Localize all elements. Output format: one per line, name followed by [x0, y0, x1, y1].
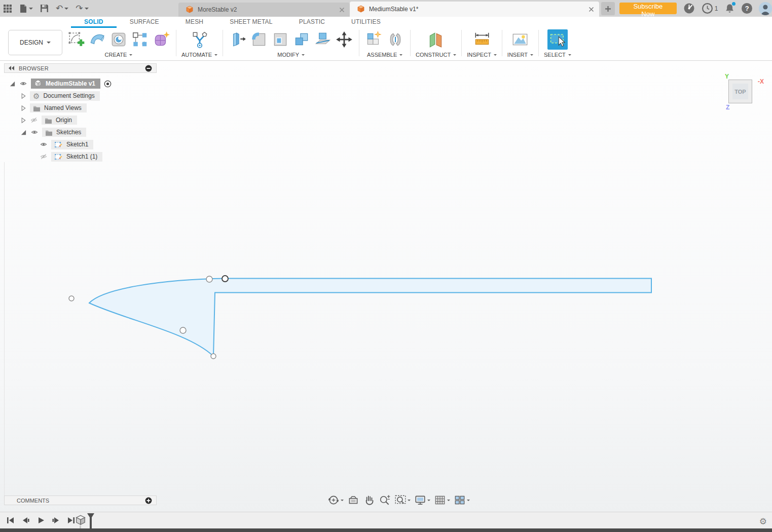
close-tab-icon[interactable] — [339, 7, 345, 13]
inspect-menu[interactable]: INSPECT — [467, 52, 497, 58]
sketch-point[interactable] — [69, 296, 74, 301]
expand-collapse-icon[interactable] — [20, 105, 26, 111]
tree-row-named-views[interactable]: Named Views — [20, 102, 157, 114]
new-tab-button[interactable] — [601, 2, 615, 15]
rectangular-pattern-button[interactable] — [130, 30, 150, 49]
visibility-eye-icon[interactable] — [30, 129, 39, 135]
sketches-pill[interactable]: Sketches — [42, 128, 86, 137]
timeline-playhead[interactable] — [87, 513, 94, 530]
fillet-button[interactable] — [249, 30, 269, 49]
play-button[interactable] — [35, 515, 46, 525]
automated-modeling-button[interactable] — [190, 30, 209, 49]
expand-collapse-icon[interactable] — [9, 81, 16, 87]
new-component-button[interactable] — [364, 30, 384, 49]
notifications-bell-icon[interactable] — [724, 3, 735, 14]
visibility-eye-icon[interactable] — [40, 141, 48, 147]
expand-circle-icon[interactable] — [145, 497, 152, 504]
expand-collapse-icon[interactable] — [20, 93, 26, 99]
document-tab-morestable[interactable]: MoreStable v2 — [178, 3, 350, 17]
viewcube-face-top[interactable]: TOP — [728, 80, 752, 103]
create-menu[interactable]: CREATE — [105, 52, 133, 58]
expand-collapse-icon[interactable] — [20, 129, 27, 136]
sketch-point[interactable] — [206, 276, 212, 282]
sketch1-pill[interactable]: Sketch1 — [51, 140, 93, 149]
select-button[interactable] — [547, 29, 568, 50]
tree-row-sketch1-1[interactable]: Sketch1 (1) — [40, 150, 157, 163]
redo-button[interactable]: ↷ — [76, 4, 88, 13]
create-sketch-button[interactable] — [66, 30, 86, 49]
joint-button[interactable] — [386, 30, 405, 49]
step-forward-button[interactable] — [51, 515, 61, 525]
tab-solid[interactable]: SOLID — [71, 17, 117, 28]
document-settings-pill[interactable]: ⚙ Document Settings — [30, 91, 100, 101]
select-menu[interactable]: SELECT — [544, 52, 571, 58]
sketch-point[interactable] — [222, 276, 228, 282]
sketch-point[interactable] — [211, 354, 216, 359]
sketch-point[interactable] — [180, 327, 186, 333]
go-to-start-button[interactable] — [5, 515, 16, 525]
insert-canvas-button[interactable] — [510, 30, 530, 49]
workspace-selector[interactable]: DESIGN — [8, 30, 62, 55]
root-component-pill[interactable]: MediumStable v1 — [31, 79, 100, 89]
measure-button[interactable] — [472, 30, 492, 49]
zoom-button[interactable] — [378, 493, 391, 507]
extrude-button[interactable] — [88, 30, 107, 49]
sketch1-1-pill[interactable]: Sketch1 (1) — [51, 152, 102, 162]
version-history-icon[interactable]: 1 — [702, 3, 718, 14]
viewports-button[interactable] — [453, 493, 470, 507]
assemble-menu[interactable]: ASSEMBLE — [367, 52, 402, 58]
browser-header[interactable]: BROWSER — [4, 63, 157, 73]
zoom-window-button[interactable] — [394, 493, 411, 507]
app-launcher-icon[interactable] — [3, 4, 12, 13]
tab-surface[interactable]: SURFACE — [117, 17, 172, 28]
timeline-sketch-feature[interactable] — [75, 515, 86, 526]
grid-snap-button[interactable] — [433, 493, 451, 507]
tree-row-document-settings[interactable]: ⚙ Document Settings — [20, 90, 157, 102]
close-tab-icon[interactable] — [589, 7, 594, 12]
automate-menu[interactable]: AUTOMATE — [181, 52, 217, 58]
hole-button[interactable] — [109, 30, 128, 49]
help-icon[interactable]: ? — [742, 3, 752, 14]
look-at-button[interactable] — [347, 493, 360, 507]
undo-button[interactable]: ↶ — [56, 4, 68, 13]
construct-menu[interactable]: CONSTRUCT — [416, 52, 456, 58]
press-pull-button[interactable] — [228, 30, 247, 49]
create-form-button[interactable] — [152, 30, 171, 49]
user-avatar[interactable] — [759, 2, 772, 15]
insert-menu[interactable]: INSERT — [507, 52, 533, 58]
save-button[interactable] — [40, 4, 49, 13]
preferences-gear-icon[interactable]: ⚙ — [759, 516, 767, 527]
construction-plane-button[interactable] — [426, 30, 446, 49]
split-body-button[interactable] — [313, 30, 333, 49]
visibility-eye-off-icon[interactable] — [40, 154, 48, 160]
named-views-pill[interactable]: Named Views — [30, 103, 87, 112]
expand-collapse-icon[interactable] — [20, 117, 26, 124]
tree-row-origin[interactable]: Origin — [20, 114, 157, 126]
subscribe-now-button[interactable]: Subscribe Now — [619, 3, 677, 14]
document-tab-mediumstable[interactable]: MediumStable v1* — [350, 2, 599, 17]
shell-button[interactable] — [271, 30, 290, 49]
extensions-icon[interactable] — [683, 3, 695, 14]
step-back-button[interactable] — [20, 515, 31, 525]
orbit-button[interactable] — [327, 493, 344, 507]
origin-pill[interactable]: Origin — [42, 116, 77, 125]
tab-plastic[interactable]: PLASTIC — [286, 17, 338, 28]
activate-component-icon[interactable] — [104, 80, 112, 88]
visibility-eye-off-icon[interactable] — [30, 117, 38, 123]
pan-button[interactable] — [362, 493, 376, 507]
modify-menu[interactable]: MODIFY — [277, 52, 305, 58]
collapse-circle-icon[interactable] — [145, 65, 152, 72]
display-settings-button[interactable] — [414, 493, 431, 507]
combine-button[interactable] — [292, 30, 311, 49]
tree-row-sketch1[interactable]: Sketch1 — [40, 138, 157, 150]
tab-utilities[interactable]: UTILITIES — [338, 17, 394, 28]
tree-row-sketches[interactable]: Sketches — [20, 126, 157, 138]
tab-mesh[interactable]: MESH — [172, 17, 216, 28]
tree-row-root[interactable]: MediumStable v1 — [9, 78, 157, 90]
move-copy-button[interactable] — [335, 30, 354, 49]
tab-sheet-metal[interactable]: SHEET METAL — [216, 17, 285, 28]
file-menu-button[interactable] — [19, 4, 33, 13]
comments-panel-header[interactable]: COMMENTS — [4, 496, 157, 505]
collapse-panel-icon[interactable] — [9, 66, 15, 70]
visibility-eye-icon[interactable] — [19, 81, 27, 87]
